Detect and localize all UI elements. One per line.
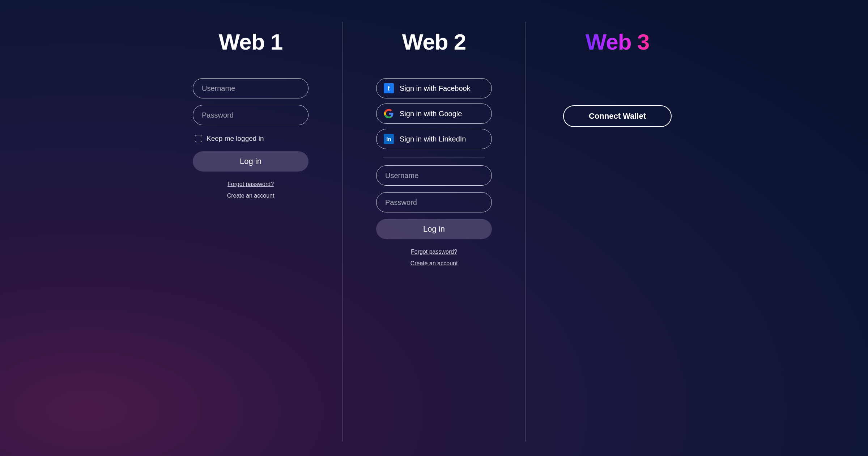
password-field-wrap (376, 192, 492, 212)
sso-google-label: Sign in with Google (400, 110, 462, 118)
username-input[interactable] (202, 84, 299, 93)
keep-logged-checkbox[interactable] (195, 135, 202, 142)
web3-column: Web 3 Connect Wallet (526, 22, 709, 442)
forgot-password-link[interactable]: Forgot password? (227, 181, 274, 187)
facebook-icon: f (384, 83, 394, 93)
password-input[interactable] (202, 111, 299, 119)
sso-linkedin-button[interactable]: in Sign in with LinkedIn (376, 129, 492, 149)
create-account-link[interactable]: Create an account (410, 260, 458, 267)
web1-title: Web 1 (219, 29, 282, 55)
sso-facebook-button[interactable]: f Sign in with Facebook (376, 78, 492, 98)
login-button[interactable]: Log in (193, 151, 309, 172)
username-field-wrap (376, 165, 492, 186)
columns-container: Web 1 Keep me logged in Log in Forgot pa… (159, 22, 709, 442)
web2-title: Web 2 (402, 29, 466, 55)
web2-column: Web 2 f Sign in with Facebook Sign in wi… (342, 22, 526, 442)
sso-linkedin-label: Sign in with LinkedIn (400, 135, 466, 143)
forgot-password-link[interactable]: Forgot password? (411, 249, 457, 255)
login-button[interactable]: Log in (376, 219, 492, 239)
password-field-wrap (193, 105, 309, 125)
divider (383, 157, 485, 157)
password-input[interactable] (385, 198, 483, 207)
web1-column: Web 1 Keep me logged in Log in Forgot pa… (159, 22, 342, 442)
keep-logged-row: Keep me logged in (193, 132, 309, 151)
web2-form: f Sign in with Facebook Sign in with Goo… (376, 78, 492, 272)
sso-facebook-label: Sign in with Facebook (400, 84, 471, 93)
linkedin-icon: in (384, 134, 394, 144)
create-account-link[interactable]: Create an account (227, 193, 275, 199)
web3-title: Web 3 (586, 29, 649, 55)
sso-google-button[interactable]: Sign in with Google (376, 104, 492, 124)
username-input[interactable] (385, 172, 483, 180)
google-icon (384, 109, 394, 119)
connect-wallet-button[interactable]: Connect Wallet (563, 105, 672, 127)
username-field-wrap (193, 78, 309, 98)
web1-form: Keep me logged in Log in Forgot password… (193, 78, 309, 204)
keep-logged-label: Keep me logged in (207, 135, 264, 143)
